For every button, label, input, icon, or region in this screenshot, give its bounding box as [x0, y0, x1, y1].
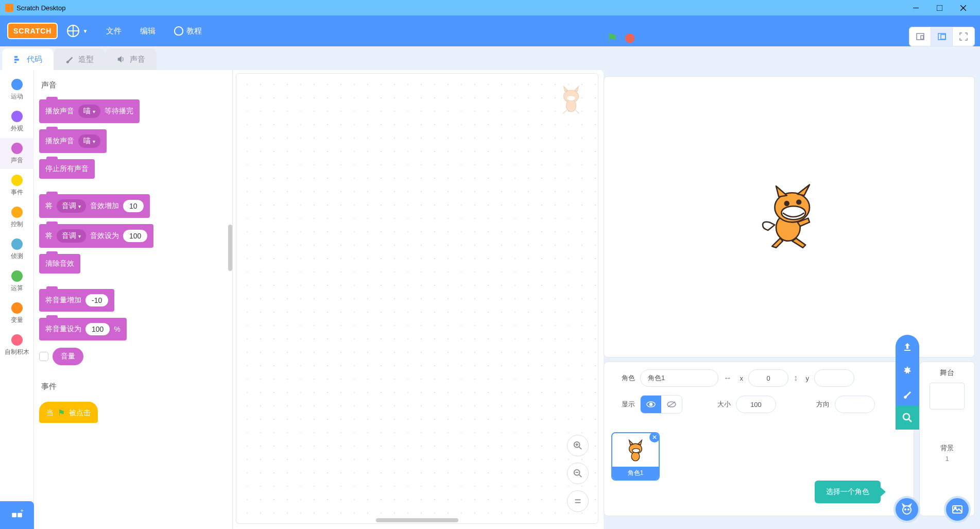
sprite-info-panel: 角色 ↔ x ↕ y 显示 大小: [604, 362, 914, 516]
edit-menu[interactable]: 编辑: [131, 15, 165, 46]
category-myblocks[interactable]: 自制积木: [0, 330, 34, 361]
svg-rect-19: [12, 513, 16, 518]
palette-heading-sound: 声音: [41, 80, 229, 90]
block-play-sound[interactable]: 播放声音喵: [39, 129, 107, 153]
svg-rect-22: [917, 33, 924, 40]
sprite-tile-caption: 角色1: [612, 467, 659, 480]
volume-checkbox[interactable]: [39, 352, 48, 361]
canvas-scrollbar[interactable]: [376, 518, 458, 522]
label-show: 显示: [612, 400, 635, 409]
category-motion[interactable]: 运动: [0, 74, 34, 105]
tab-code[interactable]: 代码: [2, 48, 54, 70]
sprite-name-input[interactable]: [640, 369, 718, 387]
reporter-volume[interactable]: 音量: [53, 348, 83, 365]
zoom-out-button[interactable]: [567, 463, 589, 484]
svg-rect-4: [14, 56, 18, 58]
search-sprite-button[interactable]: [896, 406, 919, 430]
svg-point-28: [781, 206, 805, 219]
upload-sprite-button[interactable]: [896, 335, 919, 359]
svg-point-32: [650, 403, 652, 406]
block-change-volume[interactable]: 将音量增加-10: [39, 289, 114, 312]
green-flag-button[interactable]: ⚑: [607, 31, 618, 45]
sprite-direction-input[interactable]: [835, 396, 875, 413]
fullscreen-button[interactable]: [953, 27, 974, 46]
label-sprite: 角色: [612, 373, 635, 383]
svg-point-41: [903, 506, 911, 514]
svg-line-15: [579, 475, 582, 477]
backdrop-label: 背景: [924, 443, 970, 453]
svg-point-45: [955, 507, 956, 509]
delete-sprite-button[interactable]: ✕: [649, 432, 660, 442]
surprise-sprite-button[interactable]: [896, 359, 919, 382]
zoom-reset-button[interactable]: [567, 490, 589, 512]
svg-point-43: [908, 509, 909, 510]
backdrop-count: 1: [924, 455, 970, 463]
svg-rect-20: [18, 513, 22, 518]
lightbulb-icon: [174, 26, 183, 36]
svg-rect-38: [904, 350, 910, 351]
window-titlebar: Scratch Desktop: [0, 0, 980, 15]
svg-point-8: [566, 99, 576, 112]
stage[interactable]: [604, 76, 975, 357]
choose-sprite-button[interactable]: 选择一个角色: [815, 481, 881, 503]
category-control[interactable]: 控制: [0, 202, 34, 233]
speaker-icon: [116, 55, 126, 64]
svg-point-39: [903, 414, 909, 420]
svg-point-29: [784, 201, 788, 206]
file-menu[interactable]: 文件: [97, 15, 131, 46]
sprite-tile[interactable]: ✕ 角色1: [611, 432, 660, 481]
palette-scrollbar[interactable]: [228, 225, 232, 271]
category-sound[interactable]: 声音: [0, 138, 34, 169]
globe-icon: [67, 25, 79, 37]
block-set-effect[interactable]: 将音调音效设为100: [39, 224, 153, 248]
zoom-in-button[interactable]: [567, 435, 589, 456]
stage-small-button[interactable]: [909, 27, 931, 46]
show-sprite-button[interactable]: [641, 396, 661, 413]
svg-point-42: [905, 509, 906, 510]
block-stop-all-sounds[interactable]: 停止所有声音: [39, 159, 95, 179]
sprite-y-input[interactable]: [814, 369, 854, 387]
stage-size-controls: [909, 27, 975, 46]
block-play-sound-wait[interactable]: 播放声音喵等待播完: [39, 99, 140, 123]
app-icon: [5, 4, 13, 12]
brush-icon: [65, 55, 74, 64]
backdrop-thumbnail[interactable]: [930, 383, 965, 409]
svg-point-37: [632, 449, 640, 453]
close-button[interactable]: [951, 0, 975, 15]
scratch-logo[interactable]: SCRATCH: [7, 23, 58, 39]
tab-costumes[interactable]: 造型: [54, 48, 105, 70]
y-arrows-icon: ↕: [794, 373, 798, 383]
add-sprite-fab[interactable]: [893, 496, 920, 523]
paint-sprite-button[interactable]: [896, 382, 919, 406]
script-canvas[interactable]: [236, 73, 598, 524]
label-size: 大小: [708, 400, 731, 409]
hide-sprite-button[interactable]: [661, 396, 682, 413]
category-operators[interactable]: 运算: [0, 266, 34, 297]
language-menu[interactable]: ▼: [58, 15, 97, 46]
sprite-size-input[interactable]: [736, 396, 776, 413]
code-icon: [13, 55, 23, 64]
add-extension-button[interactable]: +: [0, 501, 34, 529]
svg-point-30: [797, 200, 801, 204]
svg-rect-6: [14, 62, 17, 63]
svg-rect-5: [14, 59, 19, 61]
scratch-cat-sprite[interactable]: [756, 183, 823, 250]
stop-button[interactable]: [625, 33, 634, 43]
sprite-x-input[interactable]: [748, 369, 788, 387]
category-events[interactable]: 事件: [0, 170, 34, 201]
svg-line-40: [909, 419, 912, 422]
maximize-button[interactable]: [927, 0, 951, 15]
category-sensing[interactable]: 侦测: [0, 234, 34, 265]
category-looks[interactable]: 外观: [0, 106, 34, 137]
minimize-button[interactable]: [904, 0, 927, 15]
category-variables[interactable]: 变量: [0, 298, 34, 329]
add-backdrop-fab[interactable]: [944, 496, 971, 523]
stage-large-button[interactable]: [931, 27, 953, 46]
block-when-flag-clicked[interactable]: 当⚑被点击: [39, 402, 98, 423]
block-change-effect[interactable]: 将音调音效增加10: [39, 194, 150, 218]
tutorials-menu[interactable]: 教程: [165, 15, 211, 46]
block-clear-effects[interactable]: 清除音效: [39, 254, 80, 274]
block-set-volume[interactable]: 将音量设为100%: [39, 318, 127, 340]
tab-sounds[interactable]: 声音: [105, 48, 157, 70]
cat-face-icon: [901, 503, 913, 516]
